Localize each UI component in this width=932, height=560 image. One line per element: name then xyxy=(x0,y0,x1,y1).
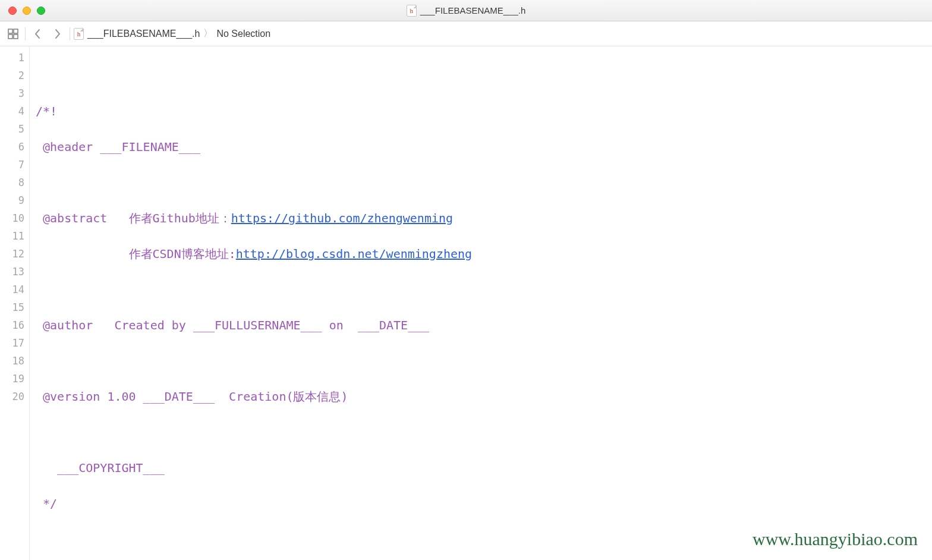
nav-forward-button[interactable] xyxy=(49,26,66,42)
close-window-button[interactable] xyxy=(8,7,17,15)
code-line xyxy=(36,174,932,191)
line-number: 13 xyxy=(0,263,24,281)
line-number: 8 xyxy=(0,174,24,191)
nav-back-button[interactable] xyxy=(29,26,46,42)
zoom-window-button[interactable] xyxy=(37,7,45,15)
line-number: 5 xyxy=(0,120,24,138)
code-line: @version 1.00 ___DATE___ Creation(版本信息) xyxy=(36,388,932,405)
github-link[interactable]: https://github.com/zhengwenming xyxy=(231,211,453,225)
line-number: 3 xyxy=(0,84,24,102)
line-number: 20 xyxy=(0,388,24,405)
breadcrumb[interactable]: h ___FILEBASENAME___.h 〉 No Selection xyxy=(74,27,270,40)
line-number: 11 xyxy=(0,227,24,245)
code-line xyxy=(36,352,932,370)
line-number: 17 xyxy=(0,334,24,352)
svg-rect-0 xyxy=(8,29,12,33)
code-line: @header ___FILENAME___ xyxy=(36,138,932,156)
line-number: 6 xyxy=(0,138,24,156)
traffic-lights xyxy=(0,7,45,15)
code-line: @abstract 作者Github地址：https://github.com/… xyxy=(36,209,932,227)
code-line xyxy=(36,67,932,84)
window-title-text: ___FILEBASENAME___.h xyxy=(420,5,526,15)
code-line: */ xyxy=(36,495,932,512)
breadcrumb-selection: No Selection xyxy=(216,29,270,39)
code-editor[interactable]: 1 2 3 4 5 6 7 8 9 10 11 12 13 14 15 16 1… xyxy=(0,46,932,560)
watermark: www.huangyibiao.com xyxy=(752,529,918,549)
line-number: 19 xyxy=(0,370,24,388)
line-number: 15 xyxy=(0,298,24,316)
code-line: @author Created by ___FULLUSERNAME___ on… xyxy=(36,316,932,334)
related-items-button[interactable] xyxy=(5,26,21,42)
csdn-link[interactable]: http://blog.csdn.net/wenmingzheng xyxy=(236,247,472,261)
header-file-icon: h xyxy=(74,28,84,40)
svg-rect-1 xyxy=(14,29,18,33)
line-number: 9 xyxy=(0,191,24,209)
titlebar: h ___FILEBASENAME___.h xyxy=(0,0,932,21)
line-number: 14 xyxy=(0,281,24,298)
line-number: 7 xyxy=(0,156,24,174)
svg-rect-3 xyxy=(14,34,18,39)
line-number: 2 xyxy=(0,67,24,84)
line-number: 16 xyxy=(0,316,24,334)
header-file-icon: h xyxy=(407,5,417,17)
breadcrumb-file: ___FILEBASENAME___.h xyxy=(87,29,200,39)
minimize-window-button[interactable] xyxy=(23,7,31,15)
code-line xyxy=(36,423,932,441)
code-line: /*! xyxy=(36,102,932,120)
line-number: 10 xyxy=(0,209,24,227)
code-line xyxy=(36,281,932,298)
svg-rect-2 xyxy=(8,34,12,39)
separator xyxy=(25,27,26,40)
code-line: ___COPYRIGHT___ xyxy=(36,459,932,477)
window-title: h ___FILEBASENAME___.h xyxy=(0,5,932,17)
code-line: 作者CSDN博客地址:http://blog.csdn.net/wenmingz… xyxy=(36,245,932,263)
line-number-gutter: 1 2 3 4 5 6 7 8 9 10 11 12 13 14 15 16 1… xyxy=(0,46,30,560)
line-number: 18 xyxy=(0,352,24,370)
jump-bar: h ___FILEBASENAME___.h 〉 No Selection xyxy=(0,21,932,46)
line-number: 4 xyxy=(0,102,24,120)
separator xyxy=(70,27,70,40)
chevron-right-icon: 〉 xyxy=(203,27,213,40)
line-number: 1 xyxy=(0,49,24,67)
line-number: 12 xyxy=(0,245,24,263)
code-area[interactable]: /*! @header ___FILENAME___ @abstract 作者G… xyxy=(30,46,932,560)
